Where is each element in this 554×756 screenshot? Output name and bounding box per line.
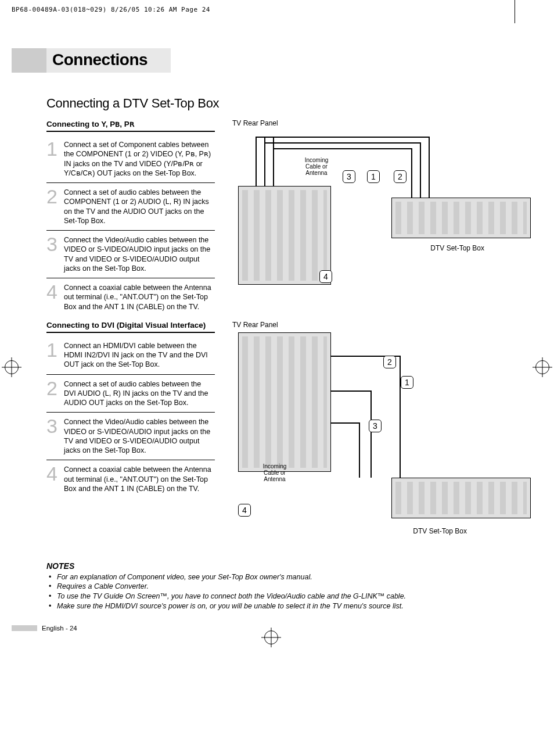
wire <box>411 148 412 198</box>
step-number: 1 <box>46 139 64 178</box>
step-number: 2 <box>46 378 64 408</box>
wire <box>400 356 401 478</box>
step-number: 4 <box>46 282 64 311</box>
notes-section: NOTES For an explanation of Component vi… <box>46 561 531 611</box>
note-item: Make sure the HDMI/DVI source's power is… <box>49 602 531 611</box>
wire <box>420 142 421 198</box>
notes-heading: NOTES <box>46 561 531 571</box>
step-2: 2 Connect a set of audio cables between … <box>46 375 215 413</box>
step-1: 1 Connect a set of Component cables betw… <box>46 135 215 183</box>
print-slug: BP68-00489A-03(018~029) 8/26/05 10:26 AM… <box>12 6 531 13</box>
chapter-title: Connections <box>46 48 171 73</box>
wire <box>370 390 372 478</box>
page-title: Connecting a DTV Set-Top Box <box>46 96 531 111</box>
diagram-label-tv: TV Rear Panel <box>232 119 531 127</box>
step-number: 3 <box>46 234 64 273</box>
step-number: 3 <box>46 416 64 455</box>
callout-3: 3 <box>369 420 382 432</box>
tv-rear-panel <box>238 332 331 472</box>
page-footer: English - 24 <box>12 625 531 632</box>
steps-ypbpr: 1 Connect a set of Component cables betw… <box>46 135 215 316</box>
header-accent <box>12 48 46 73</box>
wiring-diagram-1: Incoming Cable or Antenna 1 2 3 4 DTV Se… <box>232 131 531 293</box>
wire <box>273 137 274 186</box>
page-number-label: English - 24 <box>42 625 77 632</box>
wire <box>256 137 257 186</box>
section-heading-ypbpr: Connecting to Y, Pʙ, Pʀ <box>46 119 215 132</box>
wire <box>273 148 412 149</box>
footer-accent <box>12 625 37 631</box>
wire <box>264 142 421 144</box>
diagram-label-tv: TV Rear Panel <box>232 321 531 329</box>
step-text: Connect a coaxial cable between the Ante… <box>64 282 215 311</box>
step-text: Connect the Video/Audio cables between t… <box>64 234 215 273</box>
step-3: 3 Connect the Video/Audio cables between… <box>46 413 215 460</box>
step-3: 3 Connect the Video/Audio cables between… <box>46 231 215 278</box>
callout-2: 2 <box>383 356 396 368</box>
note-item: To use the TV Guide On Screen™, you have… <box>49 592 531 601</box>
wire <box>359 422 360 478</box>
step-number: 2 <box>46 187 64 225</box>
step-text: Connect a set of audio cables between th… <box>64 378 215 408</box>
stb-label: DTV Set-Top Box <box>430 244 484 252</box>
callout-3: 3 <box>343 170 355 183</box>
callout-1: 1 <box>367 170 380 183</box>
callout-4: 4 <box>319 270 332 283</box>
wiring-diagram-2: 2 1 3 4 Incoming Cable or Antenna DTV Se… <box>232 332 531 542</box>
callout-4: 4 <box>238 504 251 517</box>
step-text: Connect an HDMI/DVI cable between the HD… <box>64 340 215 370</box>
set-top-box-panel <box>391 198 531 238</box>
incoming-cable-label: Incoming Cable or Antenna <box>302 157 331 176</box>
steps-dvi: 1 Connect an HDMI/DVI cable between the … <box>46 336 215 498</box>
wire <box>429 137 430 198</box>
callout-2: 2 <box>394 170 406 183</box>
wire <box>264 137 265 186</box>
step-text: Connect a set of audio cables between th… <box>64 187 215 225</box>
set-top-box-panel <box>391 478 531 518</box>
wire <box>331 422 360 424</box>
wire <box>256 137 430 138</box>
section-heading-dvi: Connecting to DVI (Digital Visual Interf… <box>46 321 215 333</box>
step-4: 4 Connect a coaxial cable between the An… <box>46 278 215 316</box>
tv-rear-panel <box>238 186 331 285</box>
step-number: 4 <box>46 464 64 493</box>
stb-label: DTV Set-Top Box <box>413 527 467 535</box>
step-1: 1 Connect an HDMI/DVI cable between the … <box>46 336 215 375</box>
step-text: Connect a set of Component cables betwee… <box>64 139 215 178</box>
chapter-header: Connections <box>12 48 531 73</box>
step-4: 4 Connect a coaxial cable between the An… <box>46 460 215 498</box>
step-text: Connect a coaxial cable between the Ante… <box>64 464 215 493</box>
step-number: 1 <box>46 340 64 370</box>
note-item: Requires a Cable Converter. <box>49 582 531 592</box>
wire <box>331 390 372 392</box>
step-2: 2 Connect a set of audio cables between … <box>46 183 215 231</box>
note-item: For an explanation of Component video, s… <box>49 573 531 582</box>
incoming-cable-label: Incoming Cable or Antenna <box>260 463 289 482</box>
step-text: Connect the Video/Audio cables between t… <box>64 416 215 455</box>
callout-1: 1 <box>401 376 413 389</box>
